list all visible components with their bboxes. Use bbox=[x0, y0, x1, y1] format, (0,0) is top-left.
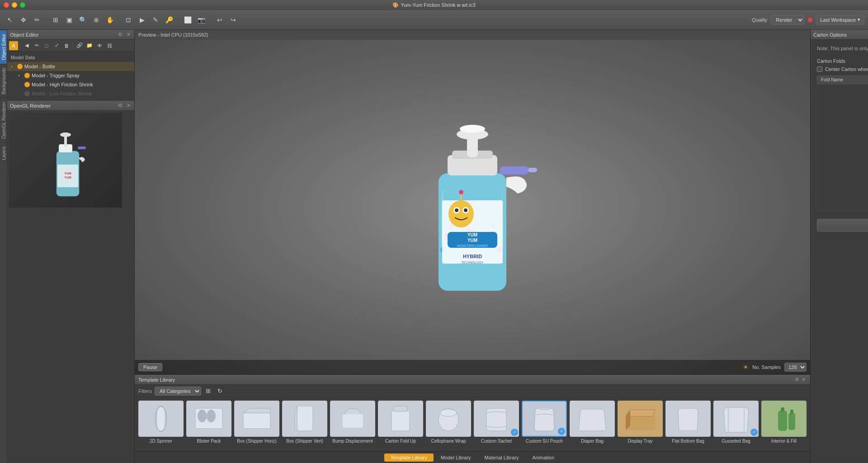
workspace-button[interactable]: Last Workspace ▾ bbox=[816, 15, 864, 25]
template-item-carton[interactable]: Carton Fold Up bbox=[378, 401, 423, 444]
obj-select-btn[interactable]: A bbox=[9, 41, 18, 50]
svg-rect-35 bbox=[500, 166, 529, 175]
key-button[interactable]: 🔑 bbox=[163, 14, 175, 26]
object-editor-close-btn[interactable]: ✕ bbox=[125, 32, 132, 38]
template-library-header: Template Library ⚙ ✕ bbox=[135, 375, 810, 385]
svg-point-24 bbox=[464, 208, 467, 212]
svg-text:YUM: YUM bbox=[64, 176, 71, 179]
tree-item-lowfriction[interactable]: Model - Low Friction Shrink bbox=[7, 89, 134, 98]
template-item-bump[interactable]: Bump Displacement bbox=[330, 401, 375, 444]
template-item-blister-pack[interactable]: Blister Pack bbox=[186, 401, 231, 444]
svg-rect-5 bbox=[78, 146, 86, 149]
template-item-diaper[interactable]: Diaper Bag bbox=[570, 401, 615, 444]
obj-move-btn[interactable]: ⤢ bbox=[52, 41, 61, 50]
tree-arrow-trigger: ▾ bbox=[18, 74, 23, 78]
carton-options-title: Carton Options bbox=[813, 32, 868, 38]
template-name-su-pouch: Custom SU Pouch bbox=[526, 439, 563, 444]
template-name-box-vert: Box (Shipper Vert) bbox=[286, 439, 323, 444]
template-item-interior[interactable]: Interior & Fill bbox=[761, 401, 807, 444]
opengl-settings-btn[interactable]: ⚙ bbox=[117, 103, 123, 109]
svg-point-39 bbox=[460, 125, 485, 133]
template-refresh-btn[interactable]: ↻ bbox=[216, 387, 225, 396]
svg-text:HYBRID: HYBRID bbox=[463, 254, 482, 259]
obj-delete-btn[interactable]: 🗑 bbox=[62, 41, 71, 50]
tab-model-library[interactable]: Model Library bbox=[434, 454, 477, 462]
template-thumb-cellophane bbox=[426, 401, 471, 437]
samples-select[interactable]: 128 64 256 512 bbox=[784, 363, 807, 372]
camera-button[interactable]: 📷 bbox=[195, 14, 208, 26]
render-select[interactable]: Render Preview Draft bbox=[771, 15, 804, 25]
template-item-display-tray[interactable]: Display Tray bbox=[618, 401, 663, 444]
template-grid-btn[interactable]: ⊞ bbox=[204, 387, 213, 396]
opengl-renderer-tab[interactable]: OpenGL Renderer bbox=[0, 98, 7, 142]
minimize-button[interactable] bbox=[12, 2, 17, 8]
model-data-section: Model Data ▾ Model - Bottle ▾ Model - Tr… bbox=[7, 52, 134, 101]
layers-tab[interactable]: Layers bbox=[0, 142, 7, 164]
tree-item-trigger[interactable]: ▾ Model - Trigger Spray bbox=[7, 71, 134, 80]
svg-rect-36 bbox=[528, 168, 537, 172]
preview-canvas[interactable]: YUM YUM MONSTERCLEANER HYBRID TECHNOLOGY bbox=[135, 40, 810, 374]
edit-button[interactable]: ✎ bbox=[149, 14, 162, 26]
search-button[interactable]: 🔍 bbox=[76, 14, 89, 26]
obj-square-btn[interactable]: □ bbox=[42, 41, 51, 50]
template-item-sachet[interactable]: ✓ Custom Sachet bbox=[474, 401, 519, 444]
obj-brush-btn[interactable]: ✏ bbox=[32, 41, 41, 50]
template-settings-btn[interactable]: ⚙ bbox=[794, 377, 800, 383]
play-button[interactable]: ▶ bbox=[136, 14, 148, 26]
object-editor-tab[interactable]: Object Editor bbox=[0, 30, 7, 64]
svg-rect-55 bbox=[539, 407, 550, 410]
traffic-lights bbox=[4, 2, 25, 8]
opengl-close-btn[interactable]: ✕ bbox=[125, 103, 132, 109]
fold-name-col: Fold Name bbox=[817, 76, 868, 84]
preview-header: Preview - Intel CPU (1015x582) bbox=[135, 30, 810, 40]
redo-button[interactable]: ↪ bbox=[227, 14, 240, 26]
mini-bottle-svg: YUM YUM bbox=[45, 119, 86, 201]
obj-eye-btn[interactable]: 👁 bbox=[95, 41, 104, 50]
tree-item-highfriction[interactable]: Model - High Friction Shrink bbox=[7, 80, 134, 89]
pause-button[interactable]: Pause bbox=[138, 363, 162, 371]
template-close-btn[interactable]: ✕ bbox=[800, 377, 807, 383]
center-carton-checkbox[interactable] bbox=[817, 66, 822, 72]
template-scroll-area[interactable]: 2D Spinner Blister Pack Box (Shipper Hor… bbox=[135, 397, 810, 446]
template-item-gusseted[interactable]: ✓ Gusseted Bag bbox=[713, 401, 759, 444]
obj-folder-btn[interactable]: 📁 bbox=[85, 41, 94, 50]
tab-template-library[interactable]: Template Library bbox=[384, 454, 434, 462]
brush-tool-button[interactable]: ✏ bbox=[31, 14, 43, 26]
frame-tool-button[interactable]: ▣ bbox=[63, 14, 75, 26]
transform-button[interactable]: ⊡ bbox=[122, 14, 135, 26]
cursor-tool-button[interactable]: ✥ bbox=[17, 14, 30, 26]
svg-rect-45 bbox=[243, 413, 270, 429]
svg-text:MONSTERCLEANER: MONSTERCLEANER bbox=[457, 244, 488, 247]
obj-link-btn[interactable]: 🔗 bbox=[75, 41, 84, 50]
template-item-cellophane[interactable]: Cellophane Wrap bbox=[426, 401, 471, 444]
template-item-box-vert[interactable]: Box (Shipper Vert) bbox=[282, 401, 327, 444]
svg-marker-48 bbox=[295, 406, 297, 431]
grid-tool-button[interactable]: ⊞ bbox=[49, 14, 62, 26]
main-bottle-svg: YUM YUM MONSTERCLEANER HYBRID TECHNOLOGY bbox=[402, 110, 542, 304]
select-tool-button[interactable]: ↖ bbox=[4, 14, 16, 26]
bottom-tabs: Template Library Model Library Material … bbox=[135, 451, 810, 463]
obj-chain-btn[interactable]: ⛓ bbox=[105, 41, 114, 50]
zoom-button[interactable]: ⊕ bbox=[90, 14, 103, 26]
template-item-box-horiz[interactable]: Box (Shipper Horiz) bbox=[234, 401, 279, 444]
undo-button[interactable]: ↩ bbox=[213, 14, 226, 26]
template-name-gusseted: Gusseted Bag bbox=[722, 439, 750, 444]
template-item-2d-spinner[interactable]: 2D Spinner bbox=[138, 401, 184, 444]
template-item-su-pouch[interactable]: ✓ Custom SU Pouch bbox=[522, 401, 567, 444]
maximize-button[interactable] bbox=[20, 2, 25, 8]
pan-button[interactable]: ✋ bbox=[104, 14, 116, 26]
tab-animation[interactable]: Animation bbox=[526, 454, 561, 462]
backgrounds-tab[interactable]: Backgrounds bbox=[0, 64, 7, 98]
object-editor-settings-btn[interactable]: ⚙ bbox=[117, 32, 123, 38]
template-name-blister-pack: Blister Pack bbox=[197, 439, 221, 444]
obj-back-btn[interactable]: ◀ bbox=[22, 41, 31, 50]
template-thumb-carton bbox=[378, 401, 423, 437]
template-item-flat-bag[interactable]: Flat Bottom Bag bbox=[665, 401, 711, 444]
category-filter-select[interactable]: All Categories bbox=[155, 387, 201, 396]
convert-carton-btn[interactable]: Convert Carton To Mesh bbox=[817, 219, 868, 232]
tab-material-library[interactable]: Material Library bbox=[478, 454, 525, 462]
left-area: Object Editor Backgrounds OpenGL Rendere… bbox=[0, 30, 135, 463]
square-tool-button[interactable]: ⬜ bbox=[181, 14, 194, 26]
close-button[interactable] bbox=[4, 2, 9, 8]
tree-item-bottle[interactable]: ▾ Model - Bottle bbox=[7, 62, 134, 71]
